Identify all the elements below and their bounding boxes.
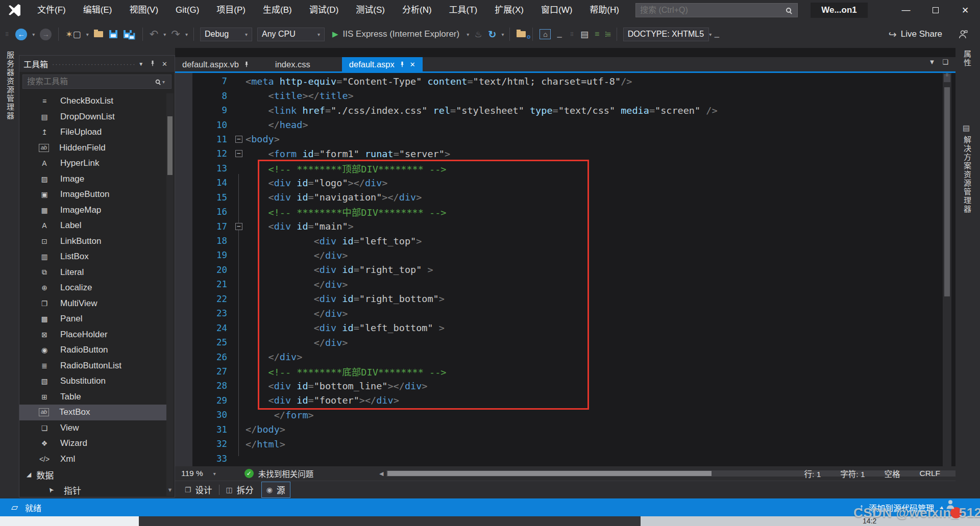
chevron-down-icon[interactable]: ▼ xyxy=(135,61,146,67)
code-line[interactable]: 8 <title></title> xyxy=(175,88,942,103)
zoom-level-select[interactable]: 119 %▾ xyxy=(175,469,223,478)
code-line[interactable]: 30 </form> xyxy=(175,408,942,422)
menu-item[interactable]: 调试(D) xyxy=(301,0,348,20)
search-icon[interactable] xyxy=(786,8,791,13)
start-debug-button[interactable]: ▶ IIS Express (Internet Explorer) xyxy=(327,29,464,39)
refresh-dropdown[interactable]: ▾ xyxy=(499,32,506,37)
collapse-icon[interactable]: − xyxy=(235,223,242,230)
splitter-handle[interactable]: ⠿ xyxy=(944,74,950,82)
navigate-forward-button[interactable]: → xyxy=(40,29,52,40)
doctype-select[interactable]: DOCTYPE: XHTML5▾ xyxy=(623,28,709,41)
minimize-button[interactable]: — xyxy=(891,0,921,20)
new-project-dropdown[interactable]: ▾ xyxy=(84,32,91,37)
close-icon[interactable]: ✕ xyxy=(159,60,170,68)
toolbox-item-wizard[interactable]: ❖Wizard xyxy=(19,436,166,452)
code-line[interactable]: 9 <link href="./css/index.css" rel="styl… xyxy=(175,103,942,117)
column-indicator[interactable]: 字符: 1 xyxy=(840,468,865,479)
platform-select[interactable]: Any CPU▾ xyxy=(257,28,325,41)
menu-item[interactable]: 窗口(W) xyxy=(532,0,581,20)
pin-icon[interactable] xyxy=(146,60,159,68)
restore-button[interactable] xyxy=(921,0,950,20)
open-file-button[interactable] xyxy=(91,31,106,37)
toolbar-overflow-handle[interactable]: ▁ xyxy=(554,31,565,38)
toolbox-item-hiddenfield[interactable]: abHiddenField xyxy=(19,140,166,156)
live-share-button[interactable]: ↪ Live Share xyxy=(889,29,942,40)
browse-with-button[interactable]: ⌂ xyxy=(536,29,554,39)
save-all-button[interactable] xyxy=(120,30,139,38)
server-explorer-tab[interactable]: 服务器资源管理器 xyxy=(5,51,15,120)
run-target-dropdown[interactable]: ▾ xyxy=(464,32,471,37)
toolbar-grip[interactable]: ⠿ xyxy=(5,32,9,37)
document-tab-index.css[interactable]: index.css xyxy=(268,57,317,71)
split-view-tab[interactable]: ◫ 拆分 xyxy=(222,482,258,497)
menu-item[interactable]: 测试(S) xyxy=(347,0,394,20)
toolbar-grip[interactable]: ⠿ xyxy=(570,32,574,37)
code-line[interactable]: 27 <!-- ********底部DIV******** --> xyxy=(175,364,942,379)
toolbox-item-image[interactable]: ▨Image xyxy=(19,171,166,187)
toolbox-item-pointer[interactable]: ➤指针 xyxy=(19,483,166,497)
new-project-button[interactable]: ✶▢ xyxy=(62,29,84,40)
code-line[interactable]: 26 </div> xyxy=(175,349,942,364)
code-line[interactable]: 19 </div> xyxy=(175,248,942,262)
undo-button[interactable]: ↶ xyxy=(146,28,162,40)
toolbox-item-dropdownlist[interactable]: ▤DropDownList xyxy=(19,109,166,125)
code-line[interactable]: 20 <div id="right_top" > xyxy=(175,263,942,277)
toolbox-drag-grip[interactable]: ······························· xyxy=(52,60,135,68)
toolbox-item-imagemap[interactable]: ▦ImageMap xyxy=(19,203,166,218)
scrollbar-thumb[interactable] xyxy=(387,471,712,476)
line-indicator[interactable]: 行: 1 xyxy=(804,468,821,479)
toolbox-item-xml[interactable]: </>Xml xyxy=(19,452,166,467)
code-line[interactable]: 18 <div id="left_top"> xyxy=(175,234,942,248)
menu-item[interactable]: 文件(F) xyxy=(29,0,75,20)
refresh-button[interactable]: ↻ xyxy=(485,29,499,40)
toolbox-item-view[interactable]: ❏View xyxy=(19,420,166,436)
find-in-files-button[interactable] xyxy=(513,31,529,37)
toolbox-item-textbox[interactable]: abTextBox xyxy=(19,405,166,420)
code-line[interactable]: 24 <div id="left_bottom" > xyxy=(175,320,942,335)
close-button[interactable]: ✕ xyxy=(950,0,980,20)
collapse-icon[interactable]: − xyxy=(235,150,242,157)
fold-gutter[interactable]: − xyxy=(232,150,246,157)
editor-scrollbar[interactable]: ⠿ xyxy=(943,73,951,466)
toolbox-item-listbox[interactable]: ▥ListBox xyxy=(19,249,166,265)
code-line[interactable]: 33 xyxy=(175,451,942,465)
increase-indent-button[interactable]: ⁝≡ xyxy=(601,30,612,39)
scrollbar-thumb[interactable] xyxy=(944,87,950,296)
menu-item[interactable]: Git(G) xyxy=(167,0,208,20)
toolbox-item-linkbutton[interactable]: ⊡LinkButton xyxy=(19,234,166,249)
quick-search-box[interactable] xyxy=(635,3,798,17)
toolbox-item-table[interactable]: ⊞Table xyxy=(19,389,166,405)
navigate-back-button[interactable]: ← xyxy=(15,29,27,40)
feedback-person-icon[interactable] xyxy=(955,30,971,39)
code-line[interactable]: 11−<body> xyxy=(175,132,942,146)
code-line[interactable]: 21 </div> xyxy=(175,277,942,291)
toolbox-group-data[interactable]: ◢数据 xyxy=(19,467,166,483)
toolbox-item-panel[interactable]: ▩Panel xyxy=(19,311,166,327)
toolbox-item-label[interactable]: ALabel xyxy=(19,218,166,234)
design-view-tab[interactable]: ❐ 设计 xyxy=(180,482,217,497)
code-line[interactable]: 25 </div> xyxy=(175,335,942,349)
toolbox-item-multiview[interactable]: ❐MultiView xyxy=(19,296,166,312)
toolbox-item-literal[interactable]: ⧉Literal xyxy=(19,265,166,281)
code-line[interactable]: 22 <div id="right_bottom"> xyxy=(175,292,942,306)
properties-tab[interactable]: 属性 xyxy=(962,50,972,67)
fold-gutter[interactable]: − xyxy=(232,223,246,230)
menu-item[interactable]: 生成(B) xyxy=(254,0,301,20)
code-line[interactable]: 32</html> xyxy=(175,437,942,451)
document-tab-default.aspx[interactable]: default.aspx✕ xyxy=(342,57,423,71)
line-ending-indicator[interactable]: CRLF xyxy=(920,469,940,478)
undo-dropdown[interactable]: ▾ xyxy=(161,32,168,37)
toolbox-item-placeholder[interactable]: ⊠PlaceHolder xyxy=(19,327,166,343)
document-outline-icon[interactable]: ▤ xyxy=(577,29,592,40)
code-line[interactable]: 12− <form id="form1" runat="server"> xyxy=(175,146,942,161)
close-icon[interactable]: ✕ xyxy=(410,61,415,68)
menu-item[interactable]: 编辑(E) xyxy=(75,0,121,20)
code-line[interactable]: 16 <!-- ********中部DIV******** --> xyxy=(175,205,942,219)
toolbar-overflow-handle[interactable]: ▁ xyxy=(712,31,722,38)
scroll-down-arrow[interactable]: ▼ xyxy=(166,487,174,493)
toolbox-item-radiobuttonlist[interactable]: ≣RadioButtonList xyxy=(19,358,166,374)
decrease-indent-button[interactable]: ≡ xyxy=(592,30,601,39)
save-button[interactable] xyxy=(106,30,120,38)
collapse-icon[interactable]: − xyxy=(235,136,242,143)
toolbox-item-hyperlink[interactable]: AHyperLink xyxy=(19,156,166,171)
